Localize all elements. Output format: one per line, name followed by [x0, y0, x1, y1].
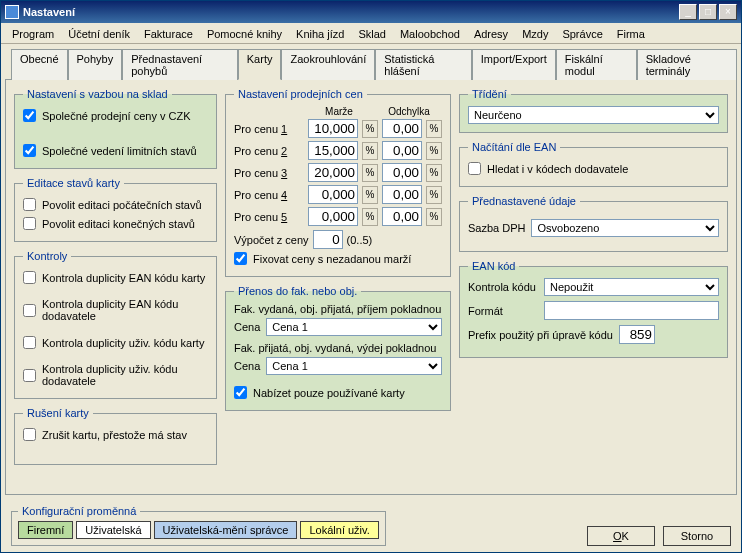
lbl-common-prices: Společné prodejní ceny v CZK	[42, 110, 191, 122]
pct-btn-margin-5[interactable]: %	[362, 208, 378, 226]
tab-2[interactable]: Přednastavení pohybů	[122, 49, 238, 80]
margin-input-3[interactable]	[308, 163, 358, 182]
pct-btn-dev-4[interactable]: %	[426, 186, 442, 204]
ok-button[interactable]: OK	[587, 526, 655, 546]
pct-btn-dev-1[interactable]: %	[426, 120, 442, 138]
menu-pomocné knihy[interactable]: Pomocné knihy	[200, 25, 289, 43]
hint-calc: (0..5)	[347, 234, 373, 246]
pct-btn-dev-2[interactable]: %	[426, 142, 442, 160]
menu-správce[interactable]: Správce	[555, 25, 609, 43]
pct-btn-margin-2[interactable]: %	[362, 142, 378, 160]
group-controls: Kontroly Kontrola duplicity EAN kódu kar…	[14, 250, 217, 399]
chk-ean-card[interactable]	[23, 271, 36, 284]
price-row-4: Pro cenu 4%%	[234, 185, 442, 204]
menu-adresy[interactable]: Adresy	[467, 25, 515, 43]
chk-edit-final[interactable]	[23, 217, 36, 230]
window-controls: _ □ ×	[679, 4, 737, 20]
legend-ean-code: EAN kód	[468, 260, 519, 272]
margin-input-1[interactable]	[308, 119, 358, 138]
group-sorting: Třídění Neurčeno	[459, 88, 728, 133]
margin-input-5[interactable]	[308, 207, 358, 226]
tab-7[interactable]: Fiskální modul	[556, 49, 637, 80]
lbl-ean-card: Kontrola duplicity EAN kódu karty	[42, 272, 205, 284]
tab-0[interactable]: Obecné	[11, 49, 68, 80]
chk-offer-used[interactable]	[234, 386, 247, 399]
input-ean-format[interactable]	[544, 301, 719, 320]
chk-common-prices[interactable]	[23, 109, 36, 122]
lbl-cancel-card: Zrušit kartu, přestože má stav	[42, 429, 187, 441]
dev-input-1[interactable]	[382, 119, 422, 138]
pct-btn-margin-1[interactable]: %	[362, 120, 378, 138]
menu-mzdy[interactable]: Mzdy	[515, 25, 555, 43]
lbl-vat: Sazba DPH	[468, 222, 525, 234]
menu-sklad[interactable]: Sklad	[351, 25, 393, 43]
pct-btn-dev-3[interactable]: %	[426, 164, 442, 182]
config-btn-3[interactable]: Lokální uživ.	[300, 521, 378, 539]
legend-sklad-link: Nastavení s vazbou na sklad	[23, 88, 172, 100]
minimize-button[interactable]: _	[679, 4, 697, 20]
tab-1[interactable]: Pohyby	[68, 49, 123, 80]
chk-fix-prices[interactable]	[234, 252, 247, 265]
select-vat[interactable]: Osvobozeno	[531, 219, 719, 237]
chk-common-limits[interactable]	[23, 144, 36, 157]
tab-5[interactable]: Statistická hlášení	[375, 49, 472, 80]
chk-edit-initial[interactable]	[23, 198, 36, 211]
margin-input-4[interactable]	[308, 185, 358, 204]
menu-program[interactable]: Program	[5, 25, 61, 43]
lbl-cena1: Cena	[234, 321, 260, 333]
menu-maloobchod[interactable]: Maloobchod	[393, 25, 467, 43]
pct-btn-dev-5[interactable]: %	[426, 208, 442, 226]
close-button[interactable]: ×	[719, 4, 737, 20]
app-icon	[5, 5, 19, 19]
lbl-ean-format: Formát	[468, 305, 538, 317]
lbl-offer-used: Nabízet pouze používané karty	[253, 387, 405, 399]
settings-window: Nastavení _ □ × ProgramÚčetní deníkFaktu…	[0, 0, 742, 553]
lbl-ean-prefix: Prefix použitý při úpravě kódu	[468, 329, 613, 341]
maximize-button[interactable]: □	[699, 4, 717, 20]
config-btn-1[interactable]: Uživatelská	[76, 521, 150, 539]
input-ean-prefix[interactable]	[619, 325, 655, 344]
config-btn-2[interactable]: Uživatelská-mění správce	[154, 521, 298, 539]
chk-cancel-card[interactable]	[23, 428, 36, 441]
select-ean-check[interactable]: Nepoužit	[544, 278, 719, 296]
lbl-ean-check: Kontrola kódu	[468, 281, 538, 293]
legend-cancel-card: Rušení karty	[23, 407, 93, 419]
cancel-button[interactable]: Storno	[663, 526, 731, 546]
pct-btn-margin-4[interactable]: %	[362, 186, 378, 204]
margin-input-2[interactable]	[308, 141, 358, 160]
input-calc[interactable]	[313, 230, 343, 249]
pct-btn-margin-3[interactable]: %	[362, 164, 378, 182]
menubar: ProgramÚčetní deníkFakturacePomocné knih…	[1, 23, 741, 44]
price-label-1: Pro cenu 1	[234, 123, 304, 135]
dev-input-5[interactable]	[382, 207, 422, 226]
menu-fakturace[interactable]: Fakturace	[137, 25, 200, 43]
tab-8[interactable]: Skladové terminály	[637, 49, 737, 80]
group-config: Konfigurační proměnná FiremníUživatelská…	[11, 505, 386, 546]
menu-firma[interactable]: Firma	[610, 25, 652, 43]
legend-sorting: Třídění	[468, 88, 511, 100]
tab-6[interactable]: Import/Export	[472, 49, 556, 80]
lbl-fix-prices: Fixovat ceny s nezadanou marží	[253, 253, 411, 265]
tabbar: ObecnéPohybyPřednastavení pohybůKartyZao…	[1, 44, 741, 79]
select-sorting[interactable]: Neurčeno	[468, 106, 719, 124]
chk-ean-supplier[interactable]	[23, 304, 36, 317]
config-btn-0[interactable]: Firemní	[18, 521, 73, 539]
tab-3[interactable]: Karty	[238, 49, 282, 80]
select-cena2[interactable]: Cena 1	[266, 357, 442, 375]
menu-kniha jízd[interactable]: Kniha jízd	[289, 25, 351, 43]
chk-ean-read[interactable]	[468, 162, 481, 175]
chk-user-supplier[interactable]	[23, 369, 36, 382]
lbl-calc: Výpočet z ceny	[234, 234, 309, 246]
header-margin: Marže	[314, 106, 364, 117]
group-sklad-link: Nastavení s vazbou na sklad Společné pro…	[14, 88, 217, 169]
dev-input-4[interactable]	[382, 185, 422, 204]
menu-účetní deník[interactable]: Účetní deník	[61, 25, 137, 43]
group-cancel-card: Rušení karty Zrušit kartu, přestože má s…	[14, 407, 217, 465]
lbl-common-limits: Společné vedení limitních stavů	[42, 145, 197, 157]
legend-config: Konfigurační proměnná	[18, 505, 140, 517]
chk-user-card[interactable]	[23, 336, 36, 349]
tab-4[interactable]: Zaokrouhlování	[281, 49, 375, 80]
dev-input-2[interactable]	[382, 141, 422, 160]
select-cena1[interactable]: Cena 1	[266, 318, 442, 336]
dev-input-3[interactable]	[382, 163, 422, 182]
